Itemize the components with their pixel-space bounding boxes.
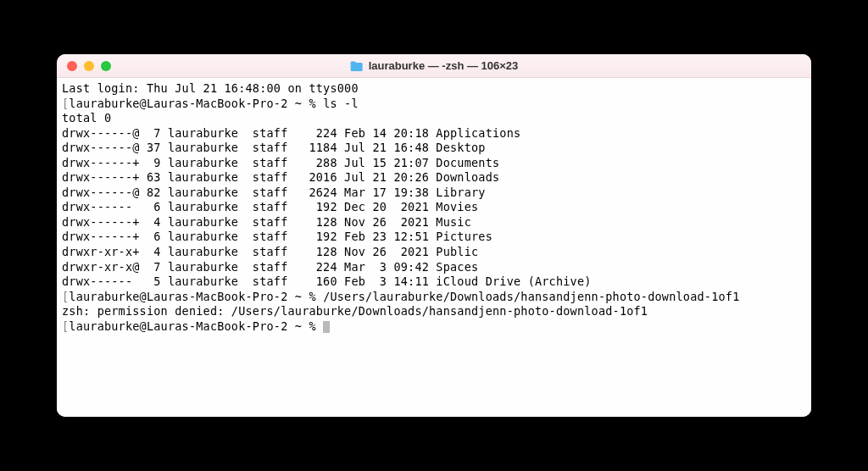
terminal-window: lauraburke — -zsh — 106×23 Last login: T… [57,54,811,417]
command-text: /Users/lauraburke/Downloads/hansandjenn-… [323,290,739,303]
command-text: ls -l [323,97,359,110]
prompt-text: lauraburke@Lauras-MacBook-Pro-2 ~ % [69,319,323,333]
ls-entry-line: drwxr-xr-x+ 4 lauraburke staff 128 Nov 2… [62,245,804,260]
ls-entry-line: drwx------ 5 lauraburke staff 160 Feb 3 … [62,274,804,290]
prompt-text: lauraburke@Lauras-MacBook-Pro-2 ~ % [69,97,323,110]
ls-entry-line: drwx------+ 6 lauraburke staff 192 Feb 2… [62,230,804,245]
ls-entry-line: drwx------@ 37 lauraburke staff 1184 Jul… [62,141,804,156]
ls-entry-line: drwx------@ 7 lauraburke staff 224 Feb 1… [62,126,804,141]
prompt-line-3: [lauraburke@Lauras-MacBook-Pro-2 ~ % [62,319,804,335]
minimize-button[interactable] [84,61,94,71]
window-title-text: lauraburke — -zsh — 106×23 [369,59,519,72]
ls-entry-line: drwx------+ 4 lauraburke staff 128 Nov 2… [62,215,804,230]
traffic-lights [67,61,111,71]
last-login-line: Last login: Thu Jul 21 16:48:00 on ttys0… [62,81,804,97]
prompt-line-1: [lauraburke@Lauras-MacBook-Pro-2 ~ % ls … [62,97,804,112]
error-line: zsh: permission denied: /Users/lauraburk… [62,304,804,319]
ls-entry-line: drwx------+ 9 lauraburke staff 288 Jul 1… [62,156,804,171]
prompt-line-2: [lauraburke@Lauras-MacBook-Pro-2 ~ % /Us… [62,290,804,305]
close-button[interactable] [67,61,77,71]
ls-entry-line: drwxr-xr-x@ 7 lauraburke staff 224 Mar 3… [62,260,804,275]
ls-total-line: total 0 [62,111,804,126]
prompt-text: lauraburke@Lauras-MacBook-Pro-2 ~ % [69,290,323,303]
ls-entry-line: drwx------+ 63 lauraburke staff 2016 Jul… [62,170,804,186]
cursor [323,321,330,333]
folder-icon [350,60,364,72]
ls-entry-line: drwx------@ 82 lauraburke staff 2624 Mar… [62,186,804,201]
maximize-button[interactable] [101,61,111,71]
terminal-body[interactable]: Last login: Thu Jul 21 16:48:00 on ttys0… [57,78,811,417]
titlebar[interactable]: lauraburke — -zsh — 106×23 [57,54,811,78]
ls-entry-line: drwx------ 6 lauraburke staff 192 Dec 20… [62,200,804,215]
window-title: lauraburke — -zsh — 106×23 [350,59,519,72]
